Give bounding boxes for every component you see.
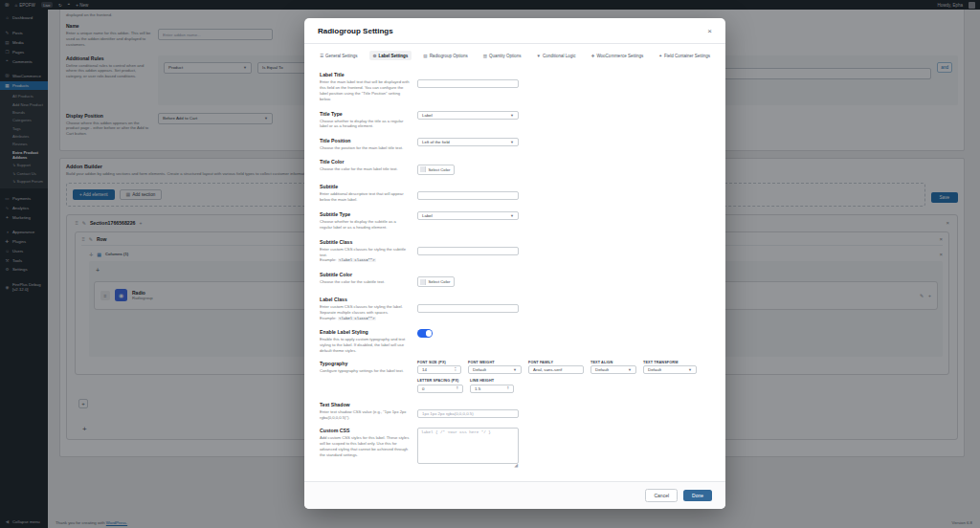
title-type-value: Label (422, 113, 433, 118)
gear-icon: ⚙ (373, 54, 377, 58)
subtitle-class-label: Subtitle Class (320, 239, 410, 245)
example-code: <label class=""> (338, 258, 376, 262)
text-shadow-desc: Enter text shadow CSS value (e.g., "1px … (320, 409, 410, 421)
font-family-label: FONT FAMILY (528, 361, 584, 364)
resize-grip-icon[interactable]: ◢ (514, 463, 518, 468)
text-transform-value: Default (648, 367, 661, 372)
modal-tabs: ☰General Settings ⚙Label Settings ▤Radio… (304, 44, 725, 66)
modal-footer: Cancel Done (304, 481, 725, 509)
subtitle-desc: Enter additional descriptive text that w… (320, 191, 410, 203)
label-class-desc: Enter custom CSS classes for styling the… (320, 304, 410, 316)
chevron-down-icon: ▼ (628, 367, 632, 372)
tab-field-container-settings[interactable]: ✦Field Container Settings (655, 51, 714, 60)
typography-desc: Configure typography settings for the la… (320, 368, 410, 374)
modal-title: Radiogroup Settings (318, 27, 393, 35)
title-color-button[interactable]: Select Color (417, 165, 455, 175)
custom-css-label: Custom CSS (320, 428, 410, 433)
sliders-icon: ☰ (320, 54, 323, 58)
text-transform-select[interactable]: Default ▼ (643, 365, 697, 374)
chevron-down-icon: ▼ (688, 367, 692, 372)
label-title-input[interactable] (417, 79, 519, 88)
text-align-select[interactable]: Default ▼ (590, 365, 636, 374)
example-prefix: Example: (320, 316, 336, 320)
title-color-desc: Choose the color for the main label titl… (320, 166, 410, 172)
line-height-input[interactable]: 1.5 ▲▼ (470, 385, 514, 393)
modal-body: Label Title Enter the main label text th… (304, 66, 725, 481)
cancel-button[interactable]: Cancel (645, 489, 678, 502)
filter-icon: ▼ (536, 54, 540, 58)
select-color-label: Select Color (429, 279, 451, 284)
custom-css-desc: Add custom CSS styles for this label. Th… (320, 435, 410, 458)
title-position-desc: Choose the position for the main label t… (320, 145, 410, 151)
letter-spacing-value: 0 (422, 386, 424, 391)
font-weight-label: FONT WEIGHT (468, 361, 522, 364)
subtitle-class-input[interactable] (417, 247, 519, 255)
chevron-down-icon: ▼ (513, 367, 517, 372)
font-family-input[interactable]: Arial, sans-serif (528, 365, 584, 374)
chevron-down-icon: ▼ (510, 113, 514, 118)
label-title-desc: Enter the main label text that will be d… (320, 79, 410, 102)
title-type-label: Title Type (320, 111, 410, 117)
typography-label: Typography (320, 361, 410, 366)
subtitle-type-label: Subtitle Type (320, 211, 410, 217)
stepper-icons[interactable]: ▲▼ (454, 367, 457, 372)
cart-icon: ❖ (590, 54, 594, 58)
subtitle-label: Subtitle (320, 184, 410, 189)
color-swatch (420, 279, 426, 285)
toggle-knob (426, 330, 433, 337)
stepper-icons[interactable]: ▲▼ (456, 386, 458, 391)
title-type-desc: Choose whether to display the title as a… (320, 119, 410, 130)
tab-label: General Settings (325, 54, 358, 58)
tab-label: WooCommerce Settings (596, 54, 643, 58)
line-height-label: LINE HEIGHT (470, 379, 514, 383)
text-align-label: TEXT ALIGN (590, 361, 636, 364)
color-swatch (420, 166, 426, 172)
letter-spacing-input[interactable]: 0 ▲▼ (417, 385, 463, 393)
subtitle-color-button[interactable]: Select Color (417, 276, 455, 287)
text-transform-label: TEXT TRANSFORM (643, 361, 697, 364)
tab-conditional-logic[interactable]: ▼Conditional Logic (532, 51, 579, 60)
tab-label: Conditional Logic (543, 54, 576, 58)
close-icon[interactable]: × (707, 28, 712, 35)
text-align-value: Default (595, 367, 609, 372)
title-position-select[interactable]: Left of the field ▼ (417, 138, 519, 146)
subtitle-color-label: Subtitle Color (320, 272, 410, 277)
subtitle-type-value: Label (422, 213, 433, 218)
custom-css-textarea[interactable] (417, 428, 519, 464)
chevron-down-icon: ▼ (510, 140, 514, 144)
label-class-input[interactable] (417, 304, 519, 313)
line-height-value: 1.5 (475, 386, 480, 391)
enable-label-styling-toggle[interactable] (417, 329, 433, 338)
title-position-value: Left of the field (422, 140, 450, 144)
subtitle-type-select[interactable]: Label ▼ (417, 211, 519, 220)
enable-label-styling-label: Enable Label Styling (320, 329, 410, 335)
subtitle-color-desc: Choose the color for the subtitle text. (320, 279, 410, 285)
enable-label-styling-desc: Enable this to apply custom typography a… (320, 337, 410, 354)
tab-label: Radiogroup Options (430, 54, 468, 58)
tab-woocommerce-settings[interactable]: ❖WooCommerce Settings (587, 51, 647, 60)
chevron-down-icon: ▼ (510, 213, 514, 218)
title-color-label: Title Color (320, 159, 410, 165)
title-type-select[interactable]: Label ▼ (417, 111, 519, 120)
tab-general-settings[interactable]: ☰General Settings (316, 51, 362, 60)
stepper-icons[interactable]: ▲▼ (506, 386, 509, 391)
tab-quantity-options[interactable]: ▥Quantity Options (479, 51, 525, 60)
subtitle-input[interactable] (417, 191, 519, 200)
done-button[interactable]: Done (683, 490, 712, 501)
example-code: <label class=""> (338, 317, 376, 320)
letter-spacing-label: LETTER SPACING (PX) (417, 379, 463, 383)
subtitle-class-desc: Enter custom CSS classes for styling the… (320, 247, 410, 258)
tab-label-settings[interactable]: ⚙Label Settings (369, 51, 412, 60)
font-weight-value: Default (473, 367, 486, 372)
font-size-value: 14 (422, 367, 427, 372)
label-title-label: Label Title (320, 72, 410, 77)
font-size-label: FONT SIZE (PX) (417, 361, 461, 364)
select-color-label: Select Color (429, 167, 451, 172)
font-weight-select[interactable]: Default ▼ (468, 365, 522, 374)
rows-icon: ▥ (483, 54, 487, 58)
text-shadow-input[interactable] (417, 409, 519, 418)
font-size-input[interactable]: 14 ▲▼ (417, 365, 461, 374)
tab-radiogroup-options[interactable]: ▤Radiogroup Options (419, 51, 471, 60)
wrench-icon: ✦ (658, 54, 662, 58)
tab-label: Field Container Settings (664, 54, 710, 58)
